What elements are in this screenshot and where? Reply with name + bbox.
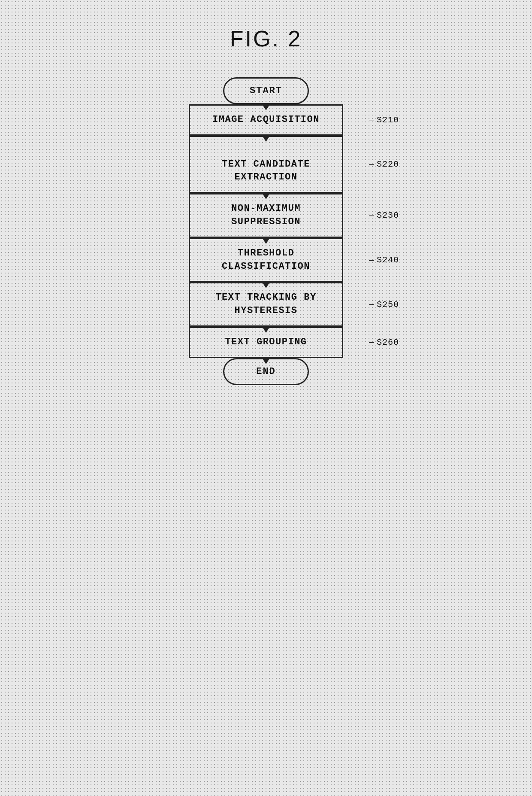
step-s230: NON-MAXIMUMSUPPRESSION	[189, 193, 343, 238]
step-s240: THRESHOLDCLASSIFICATION	[189, 238, 343, 283]
step-row-s230: NON-MAXIMUMSUPPRESSION S230	[116, 193, 416, 238]
step-label-s250: S250	[369, 300, 399, 310]
step-s260: TEXT GROUPING	[189, 327, 343, 358]
step-row-s220: TEXT CANDIDATEEXTRACTION S220	[116, 136, 416, 193]
step-end: END	[223, 358, 309, 385]
step-row-end: END	[116, 358, 416, 385]
step-row-start: START	[116, 77, 416, 104]
step-start: START	[223, 77, 309, 104]
step-label-s260: S260	[369, 337, 399, 347]
step-s250: TEXT TRACKING BYHYSTERESIS	[189, 282, 343, 327]
step-row-s210: IMAGE ACQUISITION S210	[116, 104, 416, 136]
step-row-s260: TEXT GROUPING S260	[116, 327, 416, 358]
step-row-s240: THRESHOLDCLASSIFICATION S240	[116, 238, 416, 283]
step-row-s250: TEXT TRACKING BYHYSTERESIS S250	[116, 282, 416, 327]
step-label-s230: S230	[369, 210, 399, 220]
step-label-s240: S240	[369, 255, 399, 265]
step-s220: TEXT CANDIDATEEXTRACTION	[189, 136, 343, 193]
step-label-s220: S220	[369, 159, 399, 169]
step-s210: IMAGE ACQUISITION	[189, 104, 343, 136]
figure-title: FIG. 2	[230, 26, 302, 52]
flowchart: START IMAGE ACQUISITION S210 TEXT CANDID…	[116, 77, 416, 385]
diagram-container: FIG. 2 START IMAGE ACQUISITION S210	[116, 26, 416, 385]
step-label-s210: S210	[369, 115, 399, 125]
